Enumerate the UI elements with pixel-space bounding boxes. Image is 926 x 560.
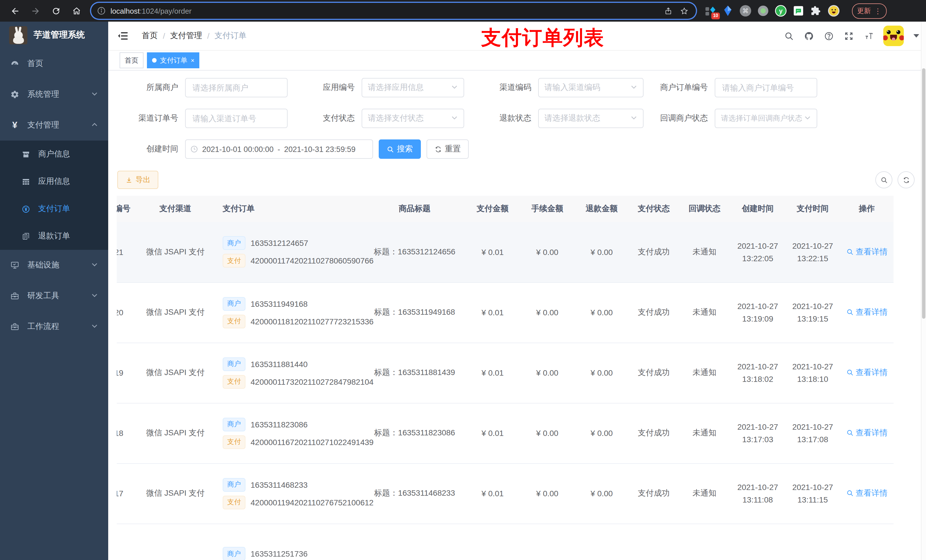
browser-back-button[interactable]: [8, 3, 22, 18]
chevron-down-icon: [804, 114, 811, 123]
merchant-filter-input[interactable]: [185, 78, 287, 97]
search-icon[interactable]: [784, 31, 794, 41]
pay-order-no: 4200001167202110271022491439: [251, 437, 374, 447]
fullscreen-icon[interactable]: [843, 31, 854, 41]
kite-extension-icon[interactable]: [722, 5, 734, 17]
red-annotation-title: 支付订单列表: [481, 24, 604, 51]
table-row[interactable]: 商户1635311251736: [117, 524, 894, 560]
app-filter-label: 应用编号: [293, 83, 362, 93]
table-row[interactable]: 21 微信 JSAPI 支付 商户1635312124657 支付4200001…: [117, 222, 894, 282]
chevron-down-icon: [91, 261, 98, 270]
close-tab-icon[interactable]: ×: [191, 57, 195, 63]
tab-home[interactable]: 首页: [120, 52, 144, 68]
sidebar-item-payment[interactable]: ¥ 支付管理: [0, 110, 108, 140]
bookmark-star-icon[interactable]: [678, 5, 690, 17]
pay-order-no: 4200001174202110278060590766: [251, 257, 374, 266]
browser-menu-icon[interactable]: ⋮: [874, 7, 882, 15]
merchant-order-no: 1635311949168: [251, 299, 307, 308]
table-row[interactable]: 20 微信 JSAPI 支付 商户1635311949168 支付4200001…: [117, 282, 894, 343]
col-actions: 操作: [840, 196, 894, 222]
main-area: 首页 / 支付管理 / 支付订单 支付订单列表: [108, 22, 926, 560]
address-bar[interactable]: localhost:1024/pay/order: [91, 3, 696, 19]
view-detail-link[interactable]: 查看详情: [846, 307, 888, 318]
browser-update-button[interactable]: 更新 ⋮: [852, 3, 887, 18]
merchant-order-no: 1635312124657: [251, 239, 308, 248]
col-callback-status: 回调状态: [679, 196, 730, 222]
reset-button[interactable]: 重置: [427, 139, 469, 159]
channel-code-filter-select[interactable]: 请输入渠道编码: [538, 78, 643, 97]
site-info-icon[interactable]: [97, 6, 106, 15]
col-id: 编号: [117, 196, 142, 222]
export-button[interactable]: 导出: [117, 171, 158, 189]
toolbox-icon: [10, 291, 20, 300]
font-size-icon[interactable]: [863, 31, 874, 41]
browser-toolbar: localhost:1024/pay/order 10 ⌘ y: [0, 0, 926, 22]
gear-icon: [10, 90, 20, 99]
chat-extension-icon[interactable]: [792, 5, 805, 17]
tab-pay-order[interactable]: 支付订单 ×: [147, 52, 200, 68]
share-icon[interactable]: [662, 5, 674, 17]
help-icon[interactable]: [823, 31, 834, 41]
dashboard-icon: [10, 59, 20, 68]
logo-image: [9, 26, 27, 44]
sidebar-item-pay-order[interactable]: 支付订单: [0, 195, 108, 222]
toggle-search-button[interactable]: [875, 171, 893, 189]
browser-reload-button[interactable]: [48, 3, 63, 18]
avatar-caret-icon[interactable]: [914, 34, 919, 38]
sidebar-item-home[interactable]: 首页: [0, 48, 108, 79]
app-filter-select[interactable]: 请选择应用信息: [362, 78, 464, 97]
breadcrumb-home[interactable]: 首页: [142, 31, 158, 41]
refund-status-filter-select[interactable]: 请选择退款状态: [538, 109, 643, 128]
sidebar-item-infra[interactable]: 基础设施: [0, 250, 108, 281]
app-title: 芋道管理系统: [33, 30, 85, 41]
command-extension-icon[interactable]: ⌘: [739, 5, 752, 17]
browser-forward-button[interactable]: [28, 3, 43, 18]
merchant-tag: 商户: [223, 237, 245, 250]
view-detail-link[interactable]: 查看详情: [846, 368, 888, 378]
sidebar-item-dev-tools[interactable]: 研发工具: [0, 281, 108, 311]
extensions-puzzle-icon[interactable]: [810, 5, 822, 17]
merchant-order-no: 1635311823086: [251, 420, 307, 429]
collapse-sidebar-icon[interactable]: [117, 30, 129, 42]
pay-order-no: 4200001173202110272847982104: [251, 377, 374, 386]
user-avatar[interactable]: [883, 26, 904, 46]
chevron-down-icon: [91, 90, 98, 99]
col-pay-order: 支付订单: [209, 196, 364, 222]
shop-icon: [22, 150, 30, 158]
filter-form: 所属商户 应用编号 请选择应用信息 渠道编码: [108, 71, 926, 159]
scrollbar-track[interactable]: [921, 22, 926, 560]
view-detail-link[interactable]: 查看详情: [846, 247, 888, 257]
search-button[interactable]: 搜索: [379, 139, 421, 159]
y-extension-icon[interactable]: y: [775, 5, 787, 17]
breadcrumb-pay-mgmt[interactable]: 支付管理: [170, 31, 202, 41]
sidebar-item-refund-order[interactable]: 退款订单: [0, 222, 108, 250]
sidebar: 芋道管理系统 首页 系统管理 ¥ 支付管理: [0, 22, 108, 560]
col-pay-status: 支付状态: [629, 196, 679, 222]
chevron-down-icon: [631, 83, 637, 92]
col-channel: 支付渠道: [142, 196, 209, 222]
sidebar-item-workflow[interactable]: 工作流程: [0, 311, 108, 342]
refresh-button[interactable]: [897, 171, 915, 189]
tasks-extension-icon[interactable]: 10: [704, 5, 716, 17]
callback-status-filter-select[interactable]: 请选择订单回调商户状态: [715, 109, 817, 128]
scrollbar-thumb[interactable]: [922, 68, 925, 319]
channel-order-filter-input[interactable]: [185, 109, 287, 128]
sidebar-item-app-info[interactable]: 应用信息: [0, 168, 108, 195]
profile-avatar-icon[interactable]: [828, 5, 840, 17]
time-start-value: 2021-10-01 00:00:00: [202, 145, 274, 153]
sidebar-item-merchant-info[interactable]: 商户信息: [0, 140, 108, 168]
recorder-extension-icon[interactable]: [757, 5, 769, 17]
merchant-order-filter-input[interactable]: [715, 78, 817, 97]
sidebar-item-system[interactable]: 系统管理: [0, 79, 108, 110]
table-row[interactable]: 18 微信 JSAPI 支付 商户1635311823086 支付4200001…: [117, 403, 894, 463]
table-row[interactable]: 17 微信 JSAPI 支付 商户1635311468233 支付4200001…: [117, 463, 894, 524]
table-row[interactable]: 19 微信 JSAPI 支付 商户1635311881440 支付4200001…: [117, 343, 894, 403]
view-detail-link[interactable]: 查看详情: [846, 428, 888, 438]
github-icon[interactable]: [803, 31, 814, 41]
view-detail-link[interactable]: 查看详情: [846, 488, 888, 498]
col-title: 商品标题: [364, 196, 465, 222]
orders-table-wrap: 编号 支付渠道 支付订单 商品标题 支付金额 手续金额 退款金额 支付状态 回调…: [117, 196, 920, 560]
create-time-range-picker[interactable]: 2021-10-01 00:00:00 - 2021-10-31 23:59:5…: [185, 139, 373, 159]
browser-home-button[interactable]: [69, 3, 84, 18]
pay-status-filter-select[interactable]: 请选择支付状态: [362, 109, 464, 128]
